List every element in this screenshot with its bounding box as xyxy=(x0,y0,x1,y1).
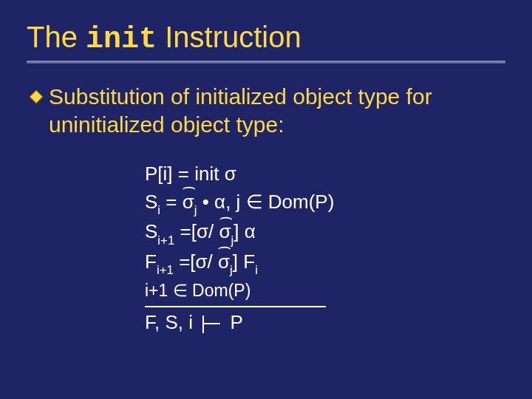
inference-rule-divider xyxy=(145,306,326,307)
title-divider xyxy=(27,61,505,64)
math-line-4: Fi+1 =[σ/ σj] Fi xyxy=(145,248,505,279)
math-l4-c: ] F xyxy=(233,250,255,273)
title-suffix: Instruction xyxy=(157,21,301,53)
math-line-2: Si = σj • α, j ∈ Dom(P) xyxy=(145,188,505,219)
math-l2-a: S xyxy=(145,191,157,213)
slide-title: The init Instruction xyxy=(27,21,505,56)
math-l3-a: S xyxy=(145,220,157,242)
math-l2-sub: i xyxy=(157,203,160,217)
math-l4-b: =[σ/ xyxy=(174,250,218,273)
math-l6-b: P xyxy=(225,311,243,333)
math-l6-a: F, S, i xyxy=(145,311,198,333)
math-l2-hatsub: j xyxy=(194,203,197,217)
math-l3-b: =[σ/ xyxy=(174,220,219,242)
math-l4-hat: σ xyxy=(218,250,230,273)
math-l4-sub1: i+1 xyxy=(157,263,174,277)
bullet-text: Substitution of initialized object type … xyxy=(49,83,505,138)
inference-rule: P[i] = init σ Si = σj • α, j ∈ Dom(P) Si… xyxy=(145,160,505,337)
math-l3-c: ] α xyxy=(233,220,255,242)
hat-sigma-3: σ xyxy=(218,248,230,276)
math-l3-sub: i+1 xyxy=(157,233,174,248)
turnstile-icon xyxy=(201,314,222,333)
svg-rect-0 xyxy=(30,91,43,103)
math-l3-hatsub: j xyxy=(231,233,234,248)
math-l2-hat: σ xyxy=(183,191,194,213)
math-line-5: i+1 ∈ Dom(P) xyxy=(145,279,505,303)
math-line-1: P[i] = init σ xyxy=(145,160,505,188)
hat-sigma-1: σ xyxy=(183,188,194,216)
diamond-bullet-icon xyxy=(30,90,43,106)
math-l5: i+1 ∈ Dom(P) xyxy=(145,281,250,300)
math-l2-c: • α, j ∈ Dom(P) xyxy=(197,191,335,213)
title-prefix: The xyxy=(27,21,86,53)
title-code: init xyxy=(86,23,157,56)
bullet-item: Substitution of initialized object type … xyxy=(27,83,505,138)
math-l4-hatsub: j xyxy=(230,263,233,277)
math-l2-b: = xyxy=(160,191,183,213)
math-line-6: F, S, i P xyxy=(145,309,505,337)
math-l4-a: F xyxy=(145,250,157,273)
math-line-3: Si+1 =[σ/ σj] α xyxy=(145,218,505,248)
math-l4-sub2: i xyxy=(255,263,258,277)
